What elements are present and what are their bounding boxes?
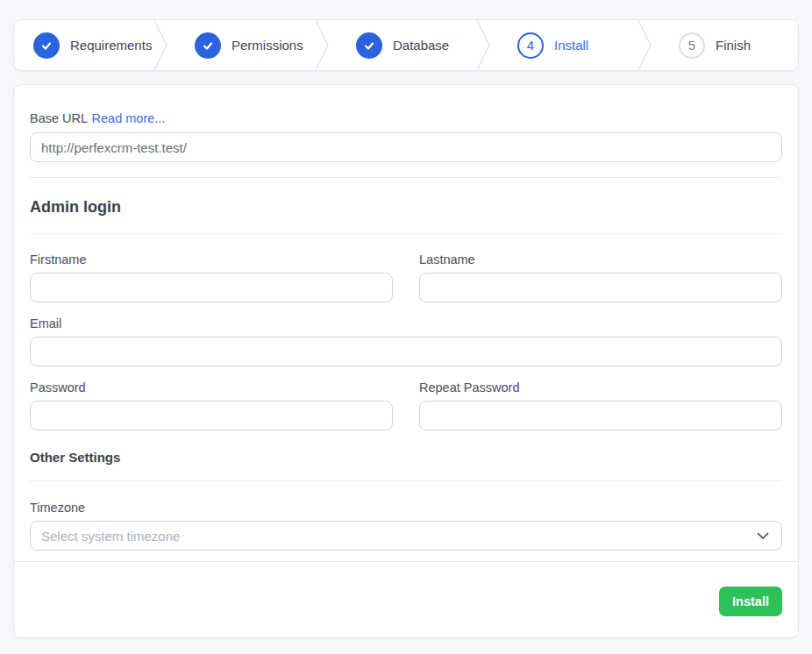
password-input[interactable] <box>30 401 393 430</box>
step-number-badge: 4 <box>517 32 544 59</box>
admin-login-heading: Admin login <box>30 195 782 218</box>
divider <box>30 233 782 234</box>
install-button[interactable]: Install <box>719 586 782 616</box>
base-url-input[interactable] <box>30 132 782 162</box>
step-install[interactable]: 4 Install <box>498 20 637 70</box>
step-database[interactable]: Database <box>337 20 475 70</box>
check-icon <box>362 39 376 53</box>
password-label: Password <box>30 379 393 396</box>
timezone-select[interactable]: Select system timezone <box>30 521 782 551</box>
page: Requirements Permissions Database <box>0 0 812 638</box>
step-label: Install <box>554 38 588 53</box>
timezone-label: Timezone <box>30 499 782 516</box>
repeat-password-input[interactable] <box>419 401 782 430</box>
form-footer: Install <box>14 561 798 637</box>
step-finish[interactable]: 5 Finish <box>659 20 798 70</box>
base-url-label: Base URL <box>30 111 88 125</box>
step-label: Database <box>393 38 449 53</box>
step-number-badge: 5 <box>679 32 705 59</box>
timezone-group: Timezone Select system timezone <box>30 499 782 551</box>
step-label: Permissions <box>231 38 303 53</box>
lastname-label: Lastname <box>419 251 782 268</box>
install-wizard-stepper: Requirements Permissions Database <box>13 19 799 71</box>
firstname-label: Firstname <box>30 251 393 268</box>
email-label: Email <box>30 315 782 332</box>
lastname-input[interactable] <box>419 273 782 302</box>
check-circle-icon <box>356 32 382 59</box>
password-group: Password <box>30 379 393 430</box>
check-circle-icon <box>195 32 221 59</box>
repeat-password-group: Repeat Password <box>419 379 782 430</box>
divider <box>30 177 782 178</box>
form-body: Base URL Read more... Admin login Firstn… <box>14 85 798 561</box>
lastname-group: Lastname <box>419 251 782 302</box>
step-permissions[interactable]: Permissions <box>175 20 314 70</box>
base-url-label-row: Base URL Read more... <box>30 110 782 127</box>
email-group: Email <box>30 315 782 366</box>
step-separator-icon <box>475 20 498 70</box>
step-separator-icon <box>314 20 337 70</box>
step-label: Requirements <box>70 38 152 53</box>
email-input[interactable] <box>30 337 782 366</box>
check-circle-icon <box>33 32 60 59</box>
other-settings-heading: Other Settings <box>30 448 782 467</box>
read-more-link[interactable]: Read more... <box>92 111 166 125</box>
firstname-input[interactable] <box>30 273 393 302</box>
name-row: Firstname Lastname <box>30 251 782 302</box>
step-separator-icon <box>153 20 175 70</box>
timezone-placeholder: Select system timezone <box>41 529 180 544</box>
install-form-card: Base URL Read more... Admin login Firstn… <box>13 84 799 638</box>
step-label: Finish <box>716 38 751 53</box>
step-separator-icon <box>637 20 659 70</box>
chevron-down-icon <box>757 532 769 540</box>
firstname-group: Firstname <box>30 251 393 302</box>
check-icon <box>201 39 215 53</box>
password-row: Password Repeat Password <box>30 379 782 430</box>
check-icon <box>39 39 53 53</box>
divider <box>30 480 782 481</box>
step-requirements[interactable]: Requirements <box>14 20 153 70</box>
repeat-password-label: Repeat Password <box>419 379 782 396</box>
